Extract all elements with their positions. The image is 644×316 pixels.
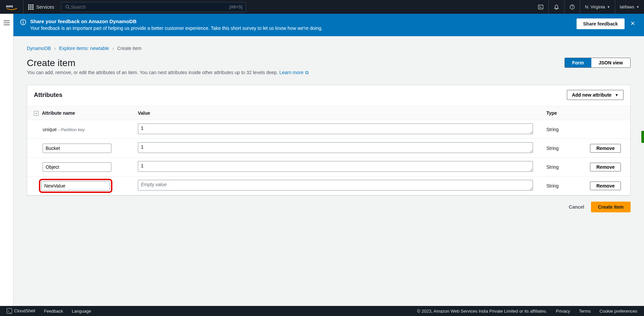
attr-name-label: unique <box>43 127 57 132</box>
search-icon <box>65 4 71 10</box>
side-rail <box>0 14 13 306</box>
svg-point-1 <box>66 5 69 8</box>
table-row: String Remove <box>27 139 630 158</box>
feedback-banner: Share your feedback on Amazon DynamoDB Y… <box>13 14 644 36</box>
banner-title: Share your feedback on Amazon DynamoDB <box>30 18 573 24</box>
chevron-right-icon: › <box>54 46 56 51</box>
panel-title: Attributes <box>34 92 62 99</box>
share-feedback-button[interactable]: Share feedback <box>577 18 625 29</box>
tab-json-view[interactable]: JSON view <box>591 58 630 67</box>
value-input[interactable] <box>138 142 533 153</box>
notifications-button[interactable] <box>548 0 564 14</box>
top-nav: aws Services [Alt+S] ? N. Virginia▼ lati… <box>0 0 644 14</box>
caret-down-icon: ▼ <box>636 5 639 9</box>
search-box[interactable]: [Alt+S] <box>61 2 246 12</box>
learn-more-link[interactable]: Learn more ⧉ <box>279 70 309 75</box>
type-cell: String <box>540 158 583 176</box>
breadcrumb-explore-items[interactable]: Explore items: newtable <box>59 46 109 51</box>
services-button[interactable]: Services <box>23 0 59 14</box>
type-cell: String <box>540 120 583 139</box>
svg-text:aws: aws <box>6 4 13 8</box>
region-label: N. Virginia <box>585 4 605 9</box>
search-input[interactable] <box>71 4 229 10</box>
aws-logo[interactable]: aws <box>0 0 23 14</box>
create-item-button[interactable]: Create item <box>591 202 631 212</box>
view-toggle: Form JSON view <box>565 58 631 68</box>
help-slideout-tab[interactable] <box>641 131 644 143</box>
expand-all-icon[interactable] <box>34 111 39 116</box>
table-row: unique - Partition key String <box>27 120 630 139</box>
col-type: Type <box>540 106 583 120</box>
attr-name-input[interactable] <box>41 181 110 191</box>
value-input[interactable] <box>138 123 533 134</box>
action-bar: Cancel Create item <box>27 202 631 212</box>
remove-button[interactable]: Remove <box>590 181 621 190</box>
table-row: String Remove <box>27 158 630 176</box>
svg-text:?: ? <box>571 5 573 9</box>
value-input[interactable] <box>138 180 533 191</box>
services-label: Services <box>36 4 54 10</box>
breadcrumb-dynamodb[interactable]: DynamoDB <box>27 46 51 51</box>
caret-down-icon: ▼ <box>615 93 619 97</box>
breadcrumb-current: Create item <box>117 46 142 51</box>
attributes-table: Attribute name Value Type unique - Parti… <box>27 106 630 195</box>
col-attribute-name: Attribute name <box>27 106 131 120</box>
attr-name-subtitle: - Partition key <box>58 127 85 132</box>
user-label: latifaws <box>620 4 634 9</box>
svg-line-2 <box>68 8 70 9</box>
col-actions <box>583 106 630 120</box>
type-cell: String <box>540 176 583 195</box>
type-cell: String <box>540 139 583 158</box>
region-selector[interactable]: N. Virginia▼ <box>580 0 615 14</box>
search-shortcut: [Alt+S] <box>229 4 243 9</box>
bell-icon <box>553 4 559 10</box>
col-value: Value <box>131 106 540 120</box>
page-title: Create item <box>27 58 75 68</box>
page-description: You can add, remove, or edit the attribu… <box>27 70 631 75</box>
banner-subtitle: Your feedback is an important part of he… <box>30 25 573 31</box>
tab-form[interactable]: Form <box>565 58 591 67</box>
value-input[interactable] <box>138 161 533 172</box>
breadcrumb: DynamoDB › Explore items: newtable › Cre… <box>27 46 631 51</box>
attr-name-input[interactable] <box>43 144 111 153</box>
table-row: String Remove <box>27 176 630 195</box>
svg-point-8 <box>23 20 23 21</box>
close-icon[interactable]: × <box>631 20 637 27</box>
external-link-icon: ⧉ <box>305 70 309 75</box>
remove-button[interactable]: Remove <box>590 144 621 153</box>
sidebar-toggle[interactable] <box>4 20 10 25</box>
cancel-button[interactable]: Cancel <box>569 204 584 210</box>
cloudshell-icon <box>538 4 544 10</box>
add-attribute-button[interactable]: Add new attribute ▼ <box>567 90 624 100</box>
remove-button[interactable]: Remove <box>590 163 621 171</box>
cloudshell-topnav-button[interactable] <box>533 0 548 14</box>
attributes-panel: Attributes Add new attribute ▼ Attribute… <box>27 85 631 196</box>
help-button[interactable]: ? <box>564 0 580 14</box>
info-icon <box>20 19 26 26</box>
attr-name-input[interactable] <box>43 162 111 172</box>
chevron-right-icon: › <box>112 46 114 51</box>
help-icon: ? <box>569 4 575 10</box>
caret-down-icon: ▼ <box>607 5 610 9</box>
account-selector[interactable]: latifaws▼ <box>615 0 644 14</box>
services-grid-icon <box>28 4 34 10</box>
svg-rect-9 <box>23 21 23 24</box>
